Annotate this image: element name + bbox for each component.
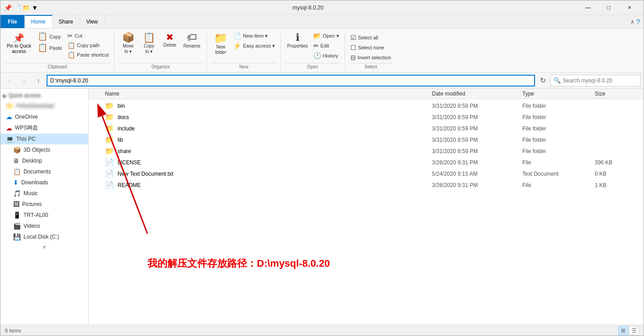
downloads-icon: ⬇	[13, 179, 19, 186]
sidebar-item-3d-objects[interactable]: 📦 3D Objects	[0, 144, 88, 155]
column-header-date[interactable]: Date modified	[432, 91, 522, 97]
new-item-label: New item ▾	[243, 33, 268, 39]
folder-icon: 📁	[105, 147, 114, 155]
table-row[interactable]: 📄 New Text Document.txt 5/24/2020 9:15 A…	[89, 168, 644, 179]
easy-access-button[interactable]: ⚡ Easy access ▾	[232, 41, 277, 50]
table-row[interactable]: 📁 share 3/31/2020 8:59 PM File folder	[89, 145, 644, 157]
table-row[interactable]: 📄 README 3/26/2020 9:31 PM File 1 KB	[89, 179, 644, 191]
copy-button[interactable]: 📋 Copy	[35, 31, 65, 42]
tab-share[interactable]: Share	[52, 15, 80, 28]
select-all-button[interactable]: ☑ Select all	[349, 33, 393, 42]
title-bar-icons: 📌 📄 📁 ▼	[4, 4, 38, 11]
sidebar-item-onedrive[interactable]: ☁ OneDrive	[0, 111, 88, 122]
clipboard-label: Clipboard	[4, 63, 110, 69]
paste-button[interactable]: 📋 Paste	[35, 43, 65, 53]
rename-button[interactable]: 🏷 Rename	[180, 31, 203, 50]
copy-path-label: Copy path	[77, 43, 99, 48]
refresh-button[interactable]: ↻	[537, 75, 549, 86]
folder-icon: 📁	[6, 102, 14, 110]
select-label: Select	[349, 63, 393, 69]
sidebar-item-firfox-download[interactable]: 📁 FirfoxDownload	[0, 101, 88, 111]
delete-button[interactable]: ✖ Delete	[160, 31, 180, 49]
search-box: 🔍	[550, 75, 641, 86]
close-button[interactable]: ×	[619, 0, 640, 15]
edit-icon: ✏	[313, 42, 319, 49]
search-input[interactable]	[563, 77, 638, 84]
select-none-button[interactable]: ☐ Select none	[349, 43, 393, 52]
cut-label: Cut	[75, 33, 82, 38]
table-row[interactable]: 📁 lib 3/31/2020 8:59 PM File folder	[89, 134, 644, 145]
maximize-button[interactable]: □	[598, 0, 619, 15]
column-header-size[interactable]: Size	[595, 91, 640, 97]
sidebar-label: Desktop	[22, 158, 42, 164]
paste-shortcut-button[interactable]: 📋 Paste shortcut	[66, 50, 110, 59]
history-label: History	[323, 53, 338, 58]
copy-path-button[interactable]: 📋 Copy path	[66, 41, 110, 50]
table-row[interactable]: 📄 LICENSE 3/26/2020 9:31 PM File 396 KB	[89, 157, 644, 168]
easy-access-label: Easy access ▾	[243, 43, 275, 49]
table-row[interactable]: 📁 docs 3/31/2020 8:59 PM File folder	[89, 111, 644, 123]
sidebar-item-music[interactable]: 🎵 Music	[0, 188, 88, 199]
tab-file[interactable]: File	[0, 15, 25, 28]
paste-icon: 📋	[38, 43, 47, 52]
ribbon: File Home Share View ∧ ? 📌 Pin to Quicka…	[0, 15, 644, 72]
move-to-button[interactable]: 📦 Moveto ▾	[118, 31, 138, 56]
tab-view[interactable]: View	[80, 15, 105, 28]
copy-to-button[interactable]: 📋 Copyto ▾	[139, 31, 159, 56]
new-folder-label: Newfolder	[215, 44, 227, 55]
sidebar-item-downloads[interactable]: ⬇ Downloads	[0, 177, 88, 188]
up-button[interactable]: ↑	[32, 74, 45, 87]
new-item-button[interactable]: 📄 New item ▾	[232, 31, 277, 40]
pin-label: Pin to Quickaccess	[7, 43, 31, 54]
move-to-label: Moveto ▾	[123, 43, 133, 54]
invert-selection-label: Invert selection	[358, 55, 391, 60]
sidebar-item-desktop[interactable]: 🖥 Desktop	[0, 155, 88, 166]
sidebar-item-videos[interactable]: 🎬 Videos	[0, 221, 88, 231]
history-button[interactable]: 🕐 History	[312, 51, 341, 60]
dropdown-arrow[interactable]: ▼	[31, 4, 38, 11]
forward-button[interactable]: ›	[18, 74, 30, 87]
column-header-type[interactable]: Type	[522, 91, 595, 97]
help-button[interactable]: ?	[636, 18, 640, 25]
paste-shortcut-label: Paste shortcut	[77, 52, 109, 58]
invert-selection-button[interactable]: ⊟ Invert selection	[349, 53, 393, 62]
documents-icon: 📋	[13, 168, 21, 175]
properties-button[interactable]: ℹ Properties	[284, 31, 311, 50]
tab-home[interactable]: Home	[25, 15, 52, 28]
address-input[interactable]	[50, 77, 531, 84]
sidebar-item-wps[interactable]: ☁ WPS网盘	[0, 122, 88, 134]
file-type: File folder	[522, 103, 595, 109]
details-view-button[interactable]: ⊞	[618, 326, 628, 335]
copy-to-label: Copyto ▾	[144, 43, 154, 54]
sidebar-item-documents[interactable]: 📋 Documents	[0, 166, 88, 177]
pictures-icon: 🖼	[13, 201, 19, 208]
ribbon-group-open: ℹ Properties 📂 Open ▾ ✏ Edit �	[281, 30, 345, 70]
edit-button[interactable]: ✏ Edit	[312, 41, 341, 50]
new-folder-button[interactable]: 📁 Newfolder	[211, 31, 231, 57]
list-view-button[interactable]: ☰	[629, 326, 639, 335]
file-name: bin	[118, 103, 125, 109]
minimize-button[interactable]: —	[578, 0, 598, 15]
sidebar-item-this-pc[interactable]: 💻 This PC	[0, 134, 88, 144]
column-header-name[interactable]: Name	[92, 91, 432, 97]
sidebar-item-trt-al00[interactable]: 📱 TRT-AL00	[0, 210, 88, 221]
main-content: ▶ Quick access 📁 FirfoxDownload ☁ OneDri…	[0, 89, 644, 325]
ribbon-collapse-button[interactable]: ∧	[630, 19, 635, 25]
move-to-icon: 📦	[122, 33, 134, 43]
open-button[interactable]: 📂 Open ▾	[312, 31, 341, 40]
table-row[interactable]: 📁 include 3/31/2020 8:59 PM File folder	[89, 123, 644, 134]
file-date: 3/31/2020 8:59 PM	[432, 125, 522, 132]
cut-button[interactable]: ✂ Cut	[66, 31, 110, 40]
sidebar-item-pictures[interactable]: 🖼 Pictures	[0, 199, 88, 210]
back-button[interactable]: ‹	[3, 74, 16, 87]
address-bar[interactable]	[47, 75, 535, 86]
file-list-header: Name Date modified Type Size	[89, 89, 644, 99]
pin-to-quick-access-button[interactable]: 📌 Pin to Quickaccess	[4, 31, 34, 56]
file-name: docs	[118, 114, 129, 120]
new-label: New	[211, 63, 277, 69]
sidebar-item-local-disk[interactable]: 💾 Local Disk (C:)	[0, 231, 88, 242]
table-row[interactable]: 📁 bin 3/31/2020 8:59 PM File folder	[89, 100, 644, 111]
quick-access-header[interactable]: ▶ Quick access	[0, 91, 88, 101]
history-icon: 🕐	[313, 52, 321, 59]
file-type: Text Document	[522, 171, 595, 177]
